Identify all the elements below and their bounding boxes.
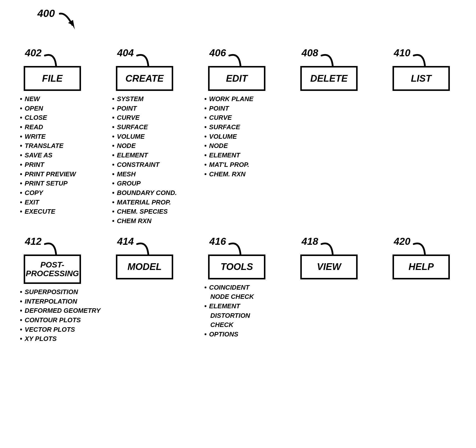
menu-item: PRINT (20, 160, 85, 170)
main-reference-callout: 400 (37, 7, 55, 19)
menu-block-tools: 416 TOOLS COINCIDENT NODE CHECK ELEMENT … (204, 236, 269, 339)
main-reference-number: 400 (37, 7, 55, 19)
callout-hook-icon (136, 51, 158, 68)
menu-item: GROUP (112, 179, 177, 188)
menu-block-delete: 408 DELETE (297, 47, 361, 91)
reference-number: 420 (394, 236, 410, 247)
reference-callout: 410 (394, 47, 454, 66)
menu-item: DEFORMED GEOMETRY (20, 306, 85, 316)
menu-title-create: CREATE (116, 66, 173, 91)
reference-callout: 404 (117, 47, 177, 66)
menu-item: SURFACE (112, 123, 177, 132)
menu-item: POINT (204, 104, 269, 113)
menu-block-file: 402 FILE NEW OPEN CLOSE READ WRITE TRANS… (20, 47, 85, 216)
menu-title-help: HELP (393, 255, 450, 279)
menu-item: CHEM. RXN (204, 170, 269, 179)
menu-item: VECTOR PLOTS (20, 325, 85, 334)
callout-hook-icon (44, 240, 66, 256)
menu-diagram: 400 402 FILE NEW OPEN CLOSE (20, 15, 456, 344)
callout-hook-icon (320, 51, 343, 68)
menu-title-tools: TOOLS (208, 255, 265, 279)
menu-title-model: MODEL (116, 255, 173, 279)
menu-item: PRINT SETUP (20, 179, 85, 188)
reference-number: 418 (302, 236, 318, 247)
menu-item: VOLUME (204, 132, 269, 141)
reference-number: 416 (209, 236, 226, 247)
menu-item: COINCIDENT NODE CHECK (204, 283, 269, 302)
menu-item: MESH (112, 170, 177, 179)
menu-title-view: VIEW (300, 255, 358, 279)
menu-item: VOLUME (112, 132, 177, 141)
reference-number: 408 (302, 47, 318, 59)
callout-hook-icon (136, 240, 158, 256)
menu-block-help: 420 HELP (389, 236, 454, 279)
menu-item: WORK PLANE (204, 94, 269, 104)
menu-item: ELEMENT DISTORTION CHECK (204, 302, 269, 330)
arrow-down-right-icon (59, 10, 81, 35)
menu-item: NODE (204, 141, 269, 151)
menu-item: SYSTEM (112, 94, 177, 104)
menu-items-postprocessing: SUPERPOSITION INTERPOLATION DEFORMED GEO… (20, 287, 85, 344)
menu-title-postprocessing: POST-PROCESSING (24, 255, 81, 284)
menu-item: ELEMENT (112, 151, 177, 160)
menu-item: NEW (20, 94, 85, 104)
reference-number: 414 (117, 236, 134, 247)
menu-item: TRANSLATE (20, 141, 85, 151)
menu-item: CONSTRAINT (112, 160, 177, 170)
menu-title-delete: DELETE (300, 66, 358, 91)
reference-number: 402 (25, 47, 42, 59)
menu-item: MAT'L PROP. (204, 160, 269, 170)
callout-hook-icon (228, 51, 250, 68)
menu-item: XY PLOTS (20, 334, 85, 344)
reference-callout: 420 (394, 236, 454, 255)
reference-callout: 418 (302, 236, 361, 255)
menu-title-edit: EDIT (208, 66, 265, 91)
reference-number: 404 (117, 47, 134, 59)
menu-items-create: SYSTEM POINT CURVE SURFACE VOLUME NODE E… (112, 94, 177, 226)
menu-item: PRINT PREVIEW (20, 170, 85, 179)
menu-item: SURFACE (204, 123, 269, 132)
reference-number: 406 (209, 47, 226, 59)
menu-item: COPY (20, 188, 85, 198)
menu-title-list: LIST (393, 66, 450, 91)
menu-block-edit: 406 EDIT WORK PLANE POINT CURVE SURFACE … (204, 47, 269, 179)
menu-block-list: 410 LIST (389, 47, 454, 91)
callout-hook-icon (44, 51, 66, 68)
menu-item: MATERIAL PROP. (112, 198, 177, 207)
reference-callout: 408 (302, 47, 361, 66)
menu-item: ELEMENT (204, 151, 269, 160)
menu-item: READ (20, 123, 85, 132)
reference-number: 410 (394, 47, 410, 59)
menu-item: CHEM. SPECIES (112, 207, 177, 216)
menu-item: NODE (112, 141, 177, 151)
callout-hook-icon (320, 240, 343, 256)
menu-title-file: FILE (24, 66, 81, 91)
menu-item: OPTIONS (204, 330, 269, 339)
callout-hook-icon (412, 240, 435, 256)
menu-item: CHEM RXN (112, 216, 177, 226)
reference-callout: 414 (117, 236, 177, 255)
menu-item: BOUNDARY COND. (112, 188, 177, 198)
menu-items-file: NEW OPEN CLOSE READ WRITE TRANSLATE SAVE… (20, 94, 85, 216)
menu-block-postprocessing: 412 POST-PROCESSING SUPERPOSITION INTERP… (20, 236, 85, 344)
menu-item: SUPERPOSITION (20, 287, 85, 297)
menu-item: INTERPOLATION (20, 297, 85, 306)
menu-item: POINT (112, 104, 177, 113)
menu-rows: 402 FILE NEW OPEN CLOSE READ WRITE TRANS… (20, 15, 456, 344)
reference-number: 412 (25, 236, 42, 247)
menu-block-model: 414 MODEL (112, 236, 177, 279)
menu-item: WRITE (20, 132, 85, 141)
menu-items-tools: COINCIDENT NODE CHECK ELEMENT DISTORTION… (204, 283, 269, 339)
menu-item: SAVE AS (20, 151, 85, 160)
menu-item: OPEN (20, 104, 85, 113)
menu-items-edit: WORK PLANE POINT CURVE SURFACE VOLUME NO… (204, 94, 269, 179)
menu-item: CLOSE (20, 113, 85, 123)
callout-hook-icon (412, 51, 435, 68)
reference-callout: 412 (25, 236, 85, 255)
menu-item: EXIT (20, 198, 85, 207)
menu-item: EXECUTE (20, 207, 85, 216)
callout-hook-icon (228, 240, 250, 256)
menu-row-1: 402 FILE NEW OPEN CLOSE READ WRITE TRANS… (20, 47, 456, 226)
menu-item: CONTOUR PLOTS (20, 316, 85, 325)
menu-row-2: 412 POST-PROCESSING SUPERPOSITION INTERP… (20, 236, 456, 344)
